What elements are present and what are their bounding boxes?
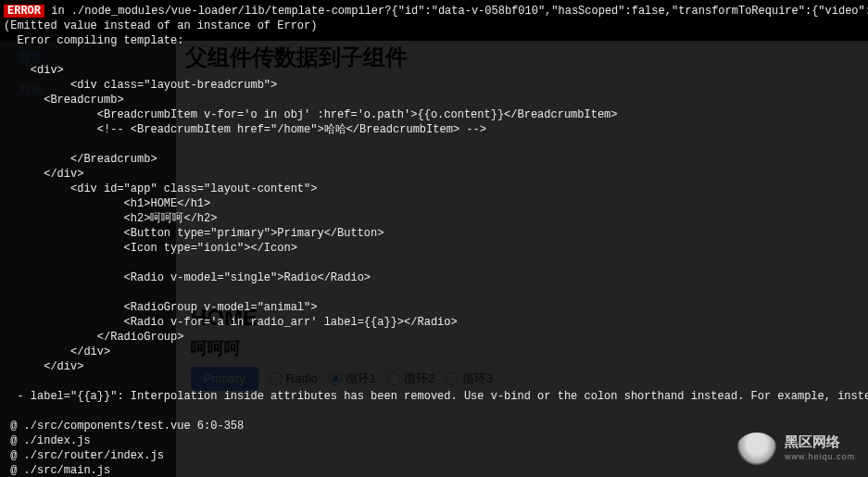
error-badge: ERROR <box>4 5 44 18</box>
watermark-url: www.heiqu.com <box>785 449 855 464</box>
webpack-error-overlay: ERROR in ./node_modules/vue-loader/lib/t… <box>0 0 868 477</box>
error-emitted-line: (Emitted value instead of an instance of… <box>4 19 317 32</box>
error-compiling-line: Error compiling template: <box>4 34 183 47</box>
error-in-line: in ./node_modules/vue-loader/lib/templat… <box>44 5 868 18</box>
error-stack: @ ./src/components/test.vue 6:0-358 @ ./… <box>4 420 277 477</box>
error-detail: - label="{{a}}": Interpolation inside at… <box>4 390 868 403</box>
watermark-title: 黑区网络 <box>785 434 855 449</box>
watermark-icon <box>736 433 777 466</box>
template-source: <div> <div class="layout-breadcrumb"> <B… <box>4 64 618 373</box>
watermark: 黑区网络 www.heiqu.com <box>736 433 855 466</box>
